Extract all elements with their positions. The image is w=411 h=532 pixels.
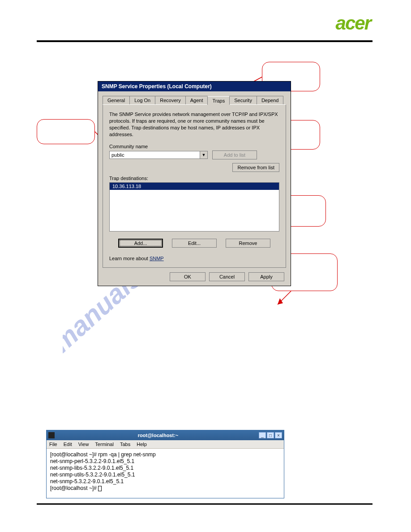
terminal-body[interactable]: [root@localhost ~]# rpm -qa | grep net-s… (47, 449, 284, 498)
svg-marker-8 (278, 298, 283, 305)
tab-logon[interactable]: Log On (129, 96, 155, 104)
menu-tabs[interactable]: Tabs (120, 442, 130, 447)
svg-line-7 (278, 291, 291, 305)
edit-button[interactable]: Edit... (172, 239, 217, 248)
community-input[interactable] (109, 151, 200, 159)
menu-help[interactable]: Help (137, 442, 147, 447)
add-button[interactable]: Add... (118, 239, 163, 248)
dialog-title: SNMP Service Properties (Local Computer) (98, 82, 291, 91)
chevron-down-icon: ▼ (202, 153, 206, 157)
brand-logo: acer (336, 13, 371, 34)
tab-strip: General Log On Recovery Agent Traps Secu… (103, 96, 286, 104)
terminal-line-0: [root@localhost ~]# rpm -qa | grep net-s… (50, 451, 156, 458)
terminal-icon (48, 432, 55, 438)
menu-view[interactable]: View (78, 442, 89, 447)
tab-agent[interactable]: Agent (185, 96, 208, 104)
traps-description: The SNMP Service provides network manage… (109, 111, 279, 137)
trap-destination-item[interactable]: 10.36.113.18 (110, 183, 279, 190)
menu-terminal[interactable]: Terminal (95, 442, 114, 447)
apply-button[interactable]: Apply (248, 272, 284, 281)
community-dropdown-button[interactable]: ▼ (200, 151, 208, 159)
top-divider (37, 40, 372, 42)
minimize-button[interactable]: _ (259, 432, 266, 438)
add-to-list-button[interactable]: Add to list (212, 150, 257, 159)
tab-recovery[interactable]: Recovery (155, 96, 185, 104)
terminal-cursor (98, 486, 102, 491)
learn-more-row: Learn more about SNMP (109, 256, 279, 261)
tab-general[interactable]: General (103, 96, 130, 104)
terminal-window: root@localhost:~ _ □ × File Edit View Te… (46, 430, 284, 498)
menu-edit[interactable]: Edit (64, 442, 72, 447)
community-label: Community name (109, 144, 279, 149)
cancel-button[interactable]: Cancel (209, 272, 245, 281)
ok-button[interactable]: OK (170, 272, 206, 281)
terminal-line-5: [root@localhost ~]# (50, 485, 98, 491)
close-button[interactable]: × (275, 432, 282, 438)
tab-dependencies[interactable]: Depend (257, 96, 284, 104)
snmp-properties-dialog: SNMP Service Properties (Local Computer)… (98, 81, 291, 286)
bottom-divider (37, 503, 372, 505)
dialog-footer: OK Cancel Apply (98, 268, 291, 286)
terminal-menubar: File Edit View Terminal Tabs Help (47, 440, 284, 449)
community-combo: ▼ (109, 151, 208, 159)
menu-file[interactable]: File (49, 442, 57, 447)
learn-more-prefix: Learn more about (109, 256, 150, 261)
terminal-line-2: net-snmp-libs-5.3.2.2-9.0.1.el5_5.1 (50, 465, 133, 471)
snmp-link[interactable]: SNMP (150, 256, 164, 261)
trap-destinations-label: Trap destinations: (109, 176, 279, 181)
remove-button[interactable]: Remove (226, 239, 270, 248)
trap-destinations-list[interactable]: 10.36.113.18 (109, 182, 279, 232)
tab-security[interactable]: Security (229, 96, 257, 104)
terminal-line-3: net-snmp-utils-5.3.2.2-9.0.1.el5_5.1 (50, 472, 135, 478)
terminal-title-text: root@localhost:~ (57, 433, 259, 438)
remove-from-list-button[interactable]: Remove from list (232, 163, 279, 172)
terminal-line-1: net-snmp-perl-5.3.2.2-9.0.1.el5_5.1 (50, 458, 134, 464)
terminal-line-4: net-snmp-5.3.2.2-9.0.1.el5_5.1 (50, 478, 124, 485)
maximize-button[interactable]: □ (267, 432, 274, 438)
tab-panel-traps: The SNMP Service provides network manage… (103, 104, 286, 268)
tab-traps[interactable]: Traps (207, 96, 230, 105)
callout-bubble-3 (37, 119, 95, 144)
terminal-titlebar: root@localhost:~ _ □ × (47, 430, 284, 440)
